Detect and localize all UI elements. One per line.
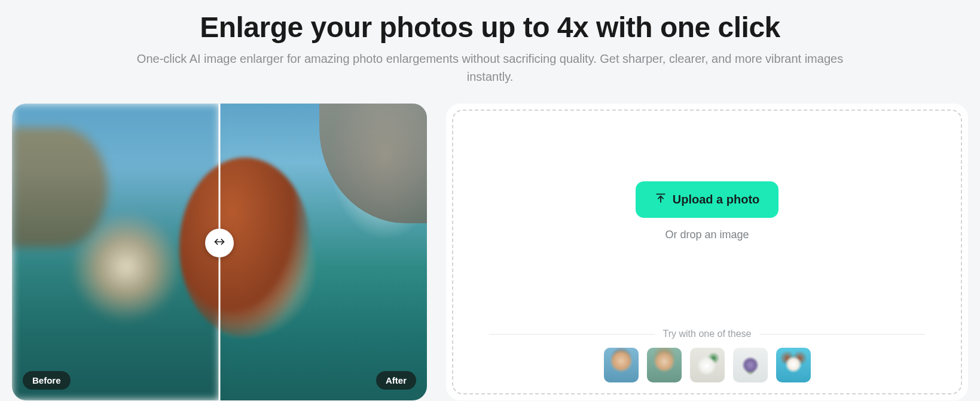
before-badge: Before [23, 371, 71, 390]
sample-thumb-5[interactable] [776, 348, 811, 382]
after-badge: After [376, 371, 416, 390]
sample-thumb-2[interactable] [647, 348, 682, 382]
before-after-comparison[interactable]: Before After [12, 104, 427, 400]
sample-thumb-1[interactable] [604, 348, 639, 382]
resize-horizontal-icon [213, 236, 225, 250]
page-headline: Enlarge your photos up to 4x with one cl… [12, 11, 968, 44]
comparison-slider-handle[interactable] [205, 229, 234, 257]
sample-thumb-4[interactable] [733, 348, 768, 382]
page-subheadline: One-click AI image enlarger for amazing … [132, 50, 849, 86]
upload-button-label: Upload a photo [673, 193, 760, 206]
upload-icon [655, 192, 667, 207]
drop-hint-text: Or drop an image [665, 229, 749, 241]
upload-dropzone[interactable]: Upload a photo Or drop an image Try with… [452, 110, 962, 394]
sample-thumbnails [453, 348, 961, 382]
samples-label: Try with one of these [663, 329, 752, 339]
sample-thumb-3[interactable] [690, 348, 725, 382]
upload-panel: Upload a photo Or drop an image Try with… [446, 104, 968, 400]
samples-section: Try with one of these [453, 329, 961, 382]
page-header: Enlarge your photos up to 4x with one cl… [12, 0, 968, 104]
upload-button[interactable]: Upload a photo [636, 181, 779, 218]
